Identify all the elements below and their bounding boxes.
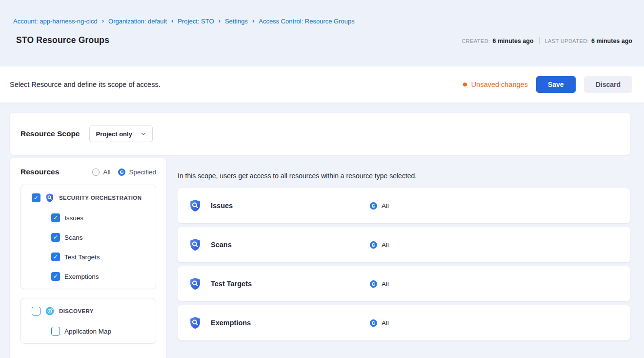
tree-item-label: Scans: [64, 234, 83, 241]
tree-item-label: Test Targets: [64, 253, 100, 261]
checkbox-issues[interactable]: [51, 213, 60, 222]
toolbar: Select Resource and define its scope of …: [0, 66, 644, 103]
checkbox-application-map[interactable]: [51, 327, 60, 336]
resource-scope-dropdown[interactable]: Project only: [89, 126, 153, 142]
unsaved-changes-status: Unsaved changes: [463, 81, 528, 88]
resource-group-security-orchestration: SECURITY ORCHESTRATION Issues Scans Test…: [20, 185, 156, 289]
checkbox-discovery[interactable]: [32, 307, 40, 316]
resource-card-title: Test Targets: [211, 280, 370, 288]
access-radio-label: All: [382, 319, 389, 327]
resource-card-title: Issues: [211, 202, 370, 210]
resource-card-exemptions: Exemptions All: [178, 305, 630, 340]
group-label: DISCOVERY: [59, 308, 94, 314]
chevron-right-icon: ›: [102, 17, 104, 24]
access-radio-label: All: [382, 280, 389, 288]
breadcrumb: Account: app-harness-ng-cicd › Organizat…: [13, 18, 632, 25]
checkbox-test-targets[interactable]: [51, 253, 60, 261]
access-radio-all[interactable]: All: [370, 202, 389, 210]
access-radio-label: All: [382, 241, 389, 249]
resource-card-scans: Scans All: [178, 227, 630, 262]
breadcrumb-access-control-link[interactable]: Access Control: Resource Groups: [259, 18, 355, 25]
sto-shield-icon: [45, 193, 55, 203]
radio-off-icon[interactable]: [92, 168, 100, 176]
checkbox-security-orchestration[interactable]: [32, 193, 40, 202]
discard-button[interactable]: Discard: [584, 76, 632, 93]
page-title: STO Resource Groups: [16, 35, 109, 45]
checkbox-exemptions[interactable]: [51, 272, 60, 281]
created-value: 6 minutes ago: [493, 38, 534, 44]
resources-panel-title: Resources: [20, 168, 59, 176]
radio-all[interactable]: All: [92, 168, 110, 176]
discovery-radar-icon: [45, 306, 55, 316]
sto-shield-icon: [188, 238, 202, 252]
meta-divider: [539, 37, 540, 44]
radio-on-icon[interactable]: [370, 319, 377, 327]
breadcrumb-organization-link[interactable]: Organization: default: [108, 18, 167, 25]
resource-card-title: Scans: [211, 241, 370, 249]
resource-scope-card: Resource Scope Project only: [10, 113, 630, 155]
access-radio-all[interactable]: All: [370, 241, 389, 249]
last-updated-label: LAST UPDATED:: [545, 38, 589, 44]
breadcrumb-project-link[interactable]: Project: STO: [178, 18, 214, 25]
radio-specified-label: Specified: [129, 168, 156, 176]
tree-item-label: Exemptions: [64, 273, 99, 280]
breadcrumb-account-link[interactable]: Account: app-harness-ng-cicd: [13, 18, 98, 25]
checkbox-scans[interactable]: [51, 233, 60, 242]
resource-scope-selected-value: Project only: [96, 130, 132, 138]
page-header: Account: app-harness-ng-cicd › Organizat…: [0, 0, 644, 66]
radio-specified[interactable]: Specified: [118, 168, 156, 176]
unsaved-dot-icon: [463, 83, 467, 86]
timestamps-meta: CREATED: 6 minutes ago LAST UPDATED: 6 m…: [462, 37, 632, 45]
resource-card-test-targets: Test Targets All: [178, 266, 630, 301]
sto-shield-icon: [188, 199, 202, 212]
access-radio-all[interactable]: All: [370, 280, 389, 288]
tree-item-label: Application Map: [64, 328, 111, 335]
tree-item-label: Issues: [64, 214, 83, 222]
radio-on-icon[interactable]: [118, 168, 125, 176]
resource-card-title: Exemptions: [211, 319, 370, 327]
resources-mode-radios: All Specified: [92, 168, 156, 176]
sto-shield-icon: [188, 316, 202, 330]
resource-scope-label: Resource Scope: [20, 129, 80, 138]
breadcrumb-settings-link[interactable]: Settings: [225, 18, 248, 25]
chevron-down-icon: [141, 131, 146, 137]
last-updated-value: 6 minutes ago: [591, 38, 632, 44]
chevron-right-icon: ›: [252, 17, 254, 24]
resources-panel: Resources All Specified S: [10, 158, 166, 358]
chevron-right-icon: ›: [219, 17, 221, 24]
resource-access-area: In this scope, users get access to all r…: [178, 158, 630, 340]
sto-shield-icon: [188, 277, 202, 291]
main-content: Resource Scope Project only Resources Al…: [0, 103, 644, 358]
resource-group-discovery: DISCOVERY Application Map: [20, 298, 156, 344]
radio-on-icon[interactable]: [370, 280, 377, 288]
toolbar-description: Select Resource and define its scope of …: [10, 81, 161, 88]
save-button[interactable]: Save: [536, 76, 576, 93]
group-label: SECURITY ORCHESTRATION: [59, 195, 141, 201]
unsaved-changes-label: Unsaved changes: [471, 81, 528, 88]
access-radio-all[interactable]: All: [370, 319, 389, 327]
created-label: CREATED:: [462, 38, 490, 44]
access-radio-label: All: [382, 202, 389, 210]
chevron-right-icon: ›: [171, 17, 173, 24]
radio-on-icon[interactable]: [370, 202, 377, 210]
resource-card-issues: Issues All: [178, 188, 630, 223]
radio-all-label: All: [103, 168, 110, 176]
scope-description: In this scope, users get access to all r…: [178, 172, 630, 180]
radio-on-icon[interactable]: [370, 241, 377, 249]
